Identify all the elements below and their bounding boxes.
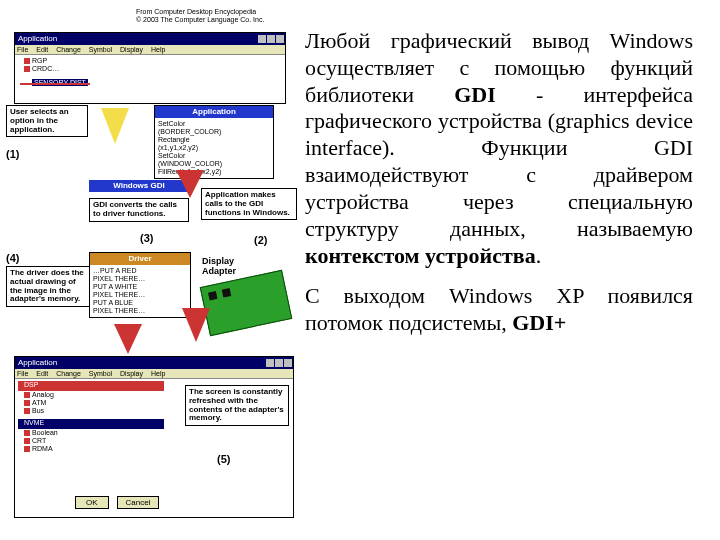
bmenu-change[interactable]: Change	[56, 370, 81, 377]
bmenu-file[interactable]: File	[17, 370, 28, 377]
callout-3: GDI converts the calls to driver functio…	[89, 198, 189, 222]
callout-5: The screen is constantly refreshed with …	[185, 385, 289, 426]
cancel-button[interactable]: Cancel	[117, 496, 160, 509]
top-app-menu: File Edit Change Symbol Display Help	[15, 45, 285, 55]
group1-title: DSP	[18, 381, 164, 391]
driver-body: …PUT A RED PIXEL THERE… PUT A WHITE PIXE…	[90, 265, 190, 317]
bottom-app-titlebar: Application	[15, 357, 293, 369]
menu-help[interactable]: Help	[151, 46, 165, 53]
g1-0: Analog	[32, 391, 54, 398]
p1-gdi: GDI	[454, 82, 496, 107]
bmenu-symbol[interactable]: Symbol	[89, 370, 112, 377]
arrow-3	[182, 308, 210, 342]
bmenu-help[interactable]: Help	[151, 370, 165, 377]
menu-file[interactable]: File	[17, 46, 28, 53]
item-crdc: CRDC…	[32, 65, 59, 72]
arrow-1	[101, 108, 129, 144]
group2-title: NVME	[18, 419, 164, 429]
p1-period: .	[536, 243, 542, 268]
menu-edit[interactable]: Edit	[36, 46, 48, 53]
menu-change[interactable]: Change	[56, 46, 81, 53]
arrow-4	[114, 324, 142, 354]
menu-symbol[interactable]: Symbol	[89, 46, 112, 53]
gdi-header: Windows GDI	[89, 180, 189, 192]
g1-1: ATM	[32, 399, 46, 406]
driver-box: Driver …PUT A RED PIXEL THERE… PUT A WHI…	[89, 252, 191, 318]
caption-line-1: From Computer Desktop Encyclopedia	[136, 8, 296, 16]
g1-2: Bus	[32, 407, 44, 414]
top-app-body: RGP CRDC… SENSORY DIST	[15, 55, 285, 89]
top-app-title: Application	[15, 33, 60, 44]
bmenu-display[interactable]: Display	[120, 370, 143, 377]
g2-2: RDMA	[32, 445, 53, 452]
label-4: (4)	[6, 252, 19, 264]
g2-1: CRT	[32, 437, 46, 444]
app-code-body: SetColor (BORDER_COLOR) Rectangle (x1,y1…	[155, 118, 273, 178]
app-code-header: Application	[155, 106, 273, 118]
gdi-diagram: From Computer Desktop Encyclopedia © 200…	[6, 8, 301, 528]
callout-4: The driver does the actual drawing of th…	[6, 266, 90, 307]
bottom-app-window: Application File Edit Change Symbol Disp…	[14, 356, 294, 518]
paragraph-2: С выходом Windows XP появился потомок по…	[305, 283, 693, 337]
bottom-app-body: DSP Analog ATM Bus NVME Boolean CRT RDMA…	[15, 379, 293, 511]
gdi-box: Windows GDI	[89, 180, 189, 194]
display-adapter-label: Display Adapter	[202, 256, 266, 276]
top-app-titlebar: Application	[15, 33, 285, 45]
label-1: (1)	[6, 148, 19, 160]
ok-button[interactable]: OK	[75, 496, 109, 509]
article-text: Любой графический вывод Windows осуществ…	[305, 28, 693, 351]
p1-ctx: контекстом устройства	[305, 243, 536, 268]
top-app-window: Application File Edit Change Symbol Disp…	[14, 32, 286, 104]
paragraph-1: Любой графический вывод Windows осуществ…	[305, 28, 693, 269]
item-rgp: RGP	[32, 57, 47, 64]
g2-0: Boolean	[32, 429, 58, 436]
bottom-app-title: Application	[15, 357, 60, 368]
arrow-2	[176, 170, 204, 198]
diagram-caption: From Computer Desktop Encyclopedia © 200…	[136, 8, 296, 24]
callout-2: Application makes calls to the GDI funct…	[201, 188, 297, 220]
label-2: (2)	[254, 234, 267, 246]
callout-1: User selects an option in the applicatio…	[6, 105, 88, 137]
p2-pre: С выходом Windows XP появился потомок по…	[305, 283, 693, 335]
driver-header: Driver	[90, 253, 190, 265]
bottom-app-menu: File Edit Change Symbol Display Help	[15, 369, 293, 379]
label-5: (5)	[217, 453, 230, 466]
bmenu-edit[interactable]: Edit	[36, 370, 48, 377]
display-adapter-card	[200, 270, 293, 336]
app-code-box: Application SetColor (BORDER_COLOR) Rect…	[154, 105, 274, 179]
caption-line-2: © 2003 The Computer Language Co. Inc.	[136, 16, 296, 24]
label-3: (3)	[140, 232, 153, 244]
p2-gdiplus: GDI+	[512, 310, 566, 335]
menu-display[interactable]: Display	[120, 46, 143, 53]
